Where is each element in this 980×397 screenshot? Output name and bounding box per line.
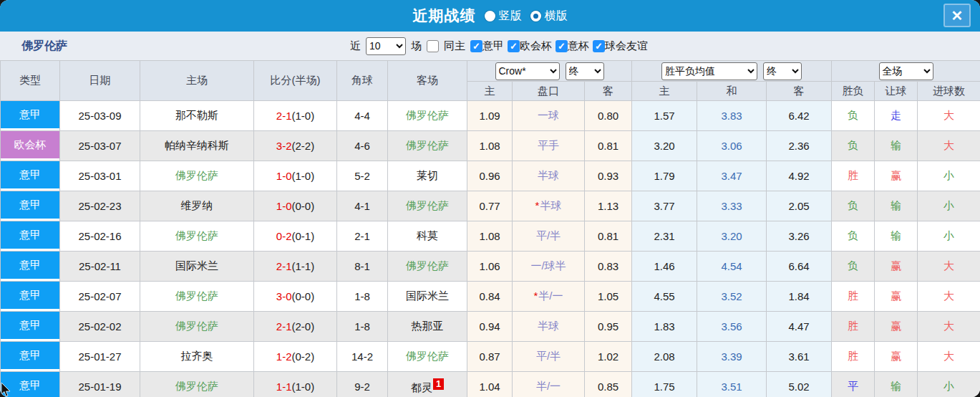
cell-result-goals: 小: [918, 221, 980, 252]
cell-corners: 1-8: [337, 282, 388, 312]
result-outcome: 负: [848, 139, 858, 151]
competition-badge: 意甲: [1, 221, 59, 249]
cell-result-goals: 小: [918, 161, 980, 191]
cell-result-handicap: 输: [875, 221, 918, 252]
handicap-text: 半球: [538, 320, 559, 332]
cell-result-handicap: 赢: [875, 161, 918, 191]
away-team-name: 佛罗伦萨: [406, 109, 449, 121]
cell-result-handicap: 赢: [875, 342, 918, 372]
competition-badge: 意甲: [1, 312, 59, 339]
result-outcome: 胜: [848, 320, 858, 332]
odds-average-group-header: 胜平负均值 终: [632, 61, 832, 82]
cell-handicap-home-odds: 0.77: [467, 191, 513, 221]
scope-group-header: 全场: [832, 61, 980, 82]
result-outcome: 胜: [848, 290, 858, 302]
cell-home-team: 佛罗伦萨: [140, 312, 254, 342]
radio-horizontal-icon[interactable]: [530, 11, 541, 21]
bookmaker-select[interactable]: Crow*: [495, 62, 560, 80]
layout-option-vertical[interactable]: 竖版: [485, 9, 522, 24]
handicap-text: 平/半: [536, 350, 561, 362]
close-button[interactable]: ✕: [943, 4, 971, 27]
cell-handicap-line: 一球: [513, 101, 585, 131]
cell-score: 1-1(1-0): [254, 372, 337, 397]
same-home-checkbox[interactable]: [427, 40, 439, 52]
away-team-name: 热那亚: [412, 320, 444, 332]
bookmaker-time-select[interactable]: 终: [566, 62, 604, 80]
result-handicap: 赢: [891, 169, 901, 181]
sub-header-result-handicap: 让球: [875, 82, 918, 101]
avg-draw-value: 3.52: [721, 290, 742, 302]
radio-vertical-icon[interactable]: [485, 11, 495, 21]
cell-avg-draw-odds: 4.54: [697, 252, 767, 282]
cell-away-team: 莱切: [388, 161, 467, 191]
result-handicap: 走: [891, 109, 901, 121]
cell-competition-type: 欧会杯: [1, 131, 60, 161]
home-team-name: 佛罗伦萨: [175, 229, 218, 241]
checkbox-checked-icon[interactable]: [470, 40, 482, 52]
handicap-text: 半球: [540, 199, 561, 211]
competition-label: 球会友谊: [605, 39, 648, 53]
avg-draw-value: 3.39: [721, 350, 742, 363]
table-row: 意甲25-02-02佛罗伦萨2-1(2-0)1-8热那亚0.94半球0.951.…: [1, 312, 980, 342]
layout-option-horizontal[interactable]: 横版: [530, 9, 568, 24]
cell-result-handicap: 输: [875, 372, 918, 397]
checkbox-checked-icon[interactable]: [556, 40, 568, 52]
recent-results-dialog: 近期战绩 竖版 横版 ✕ 佛罗伦萨 近 10 场 同主 意甲 欧会: [0, 0, 980, 397]
halftime-score: (0-0): [292, 200, 315, 212]
cell-competition-type: 意甲: [1, 342, 60, 372]
halftime-score: (2-2): [292, 140, 315, 152]
competition-filter-serie-a[interactable]: 意甲: [470, 39, 504, 53]
col-header-corners: 角球: [337, 61, 388, 101]
result-handicap: 赢: [891, 320, 901, 332]
cell-home-team: 帕纳辛纳科斯: [140, 131, 254, 161]
cell-avg-draw-odds: 3.51: [697, 372, 767, 397]
cell-result-outcome: 胜: [832, 312, 875, 342]
cell-away-team: 佛罗伦萨: [388, 342, 467, 372]
result-outcome: 负: [848, 229, 858, 241]
scope-select[interactable]: 全场: [879, 62, 933, 80]
cell-home-team: 佛罗伦萨: [140, 161, 254, 191]
away-team-name: 佛罗伦萨: [406, 259, 449, 272]
handicap-text: 平手: [538, 139, 559, 151]
result-handicap: 输: [891, 380, 901, 392]
recent-count-select[interactable]: 10: [366, 37, 406, 55]
result-handicap: 赢: [891, 259, 901, 272]
odds-time-select[interactable]: 终: [763, 62, 802, 80]
competition-filter-club-friendly[interactable]: 球会友谊: [593, 39, 648, 53]
table-row: 意甲25-01-27拉齐奥1-2(0-2)14-2佛罗伦萨0.87平/半1.02…: [1, 342, 980, 372]
checkbox-checked-icon[interactable]: [593, 40, 605, 52]
cell-result-outcome: 胜: [832, 342, 875, 372]
fulltime-score: 3-2: [276, 140, 292, 152]
cell-score: 2-1(1-1): [254, 252, 337, 282]
cell-date: 25-02-02: [60, 312, 140, 342]
recent-label: 近: [350, 39, 361, 53]
cell-avg-lose-odds: 6.64: [767, 252, 832, 282]
cell-corners: 4-4: [337, 101, 388, 131]
cell-corners: 4-6: [337, 131, 388, 161]
cell-handicap-line: 半球: [513, 161, 585, 191]
sub-header-avg-lose: 客: [767, 82, 832, 101]
cell-handicap-home-odds: 1.04: [467, 372, 513, 397]
cell-result-handicap: 赢: [875, 252, 918, 282]
handicap-text: 平/半: [536, 229, 561, 241]
result-goals: 小: [943, 169, 954, 181]
cell-handicap-home-odds: 1.09: [467, 101, 513, 131]
avg-draw-value: 3.56: [721, 320, 742, 333]
cell-avg-lose-odds: 5.02: [767, 372, 832, 397]
table-row: 意甲25-01-19佛罗伦萨1-1(1-0)9-2都灵11.04半/一0.851…: [1, 372, 980, 397]
competition-filter-conference-league[interactable]: 欧会杯: [508, 39, 552, 53]
results-body: 意甲25-03-09那不勒斯2-1(1-0)4-4佛罗伦萨1.09一球0.801…: [1, 101, 980, 397]
handicap-text: 半/一: [536, 380, 561, 392]
odds-average-select[interactable]: 胜平负均值: [661, 62, 757, 80]
competition-label: 欧会杯: [520, 39, 552, 53]
cell-avg-draw-odds: 3.20: [697, 221, 767, 252]
cell-corners: 9-2: [337, 372, 388, 397]
competition-filter-coppa-italia[interactable]: 意杯: [556, 39, 589, 53]
checkbox-checked-icon[interactable]: [508, 40, 520, 52]
cell-handicap-home-odds: 1.08: [467, 221, 513, 252]
cell-date: 25-02-23: [60, 191, 140, 221]
sub-header-handicap-home: 主: [467, 82, 513, 101]
result-outcome: 平: [848, 380, 858, 392]
result-goals: 小: [943, 229, 954, 241]
home-team-name: 佛罗伦萨: [175, 380, 218, 392]
